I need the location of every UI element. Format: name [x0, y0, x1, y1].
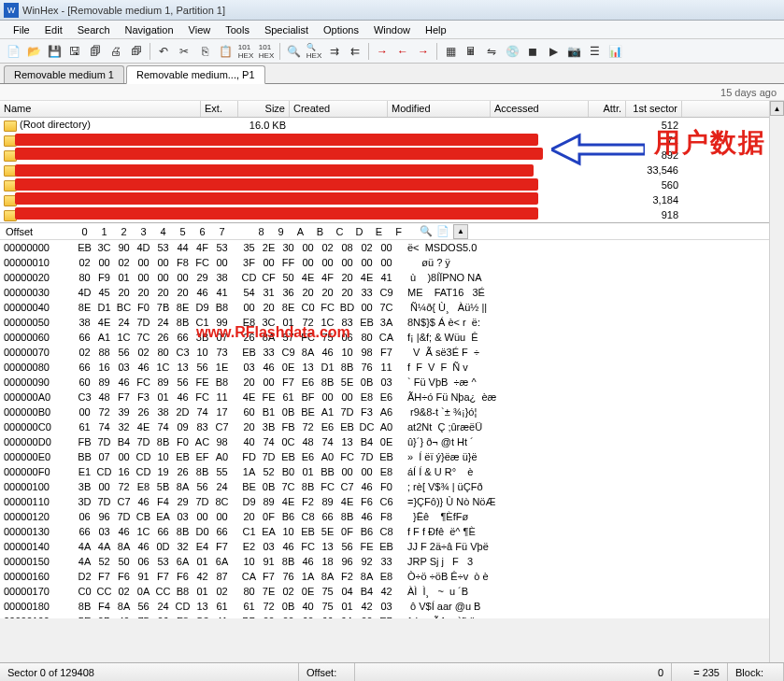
paste-icon[interactable]: 📋: [216, 42, 235, 61]
status-eq: = 235: [672, 663, 728, 681]
menu-window[interactable]: Window: [366, 22, 418, 37]
tab-partition-1[interactable]: Removable medium..., P1: [126, 65, 265, 84]
copy-hex-icon[interactable]: 101HEX: [236, 42, 255, 61]
menu-options[interactable]: Options: [316, 22, 366, 37]
hex-line[interactable]: 000000304D4520202020464154313620202033C9…: [0, 285, 784, 300]
hex-header: Offset 0123456789ABCDEF 🔍 📄 ▲: [0, 223, 784, 240]
new-file-icon[interactable]: 📄: [4, 42, 22, 61]
status-block: Block:: [728, 663, 784, 681]
menu-navigation[interactable]: Navigation: [118, 22, 181, 37]
forward-icon[interactable]: →: [414, 42, 433, 61]
hex-line[interactable]: 000001905E0B497506F8C341BB000060666A00EB…: [0, 614, 784, 618]
redaction-bar: [15, 178, 538, 191]
hex-line[interactable]: 000001404A4A8A460D32E4F7E20346FC1356FEEB…: [0, 539, 784, 554]
hex-line[interactable]: 000001504A525006536A016A10918B4618969233…: [0, 554, 784, 569]
col-name[interactable]: Name: [0, 101, 201, 117]
hex-line[interactable]: 000000A0C348F7F30146FC114EFE61BF0000E8E6…: [0, 390, 784, 404]
vertical-scrollbar[interactable]: ▲: [769, 101, 784, 662]
tab-medium-1[interactable]: Removable medium 1: [4, 65, 124, 83]
col-sector[interactable]: 1st sector: [626, 101, 682, 117]
snapshot-icon[interactable]: 📷: [564, 42, 583, 61]
info-age: 15 days ago: [720, 87, 777, 98]
menu-specialist[interactable]: Specialist: [257, 22, 316, 37]
col-attr[interactable]: Attr.: [589, 101, 626, 117]
find-prev-icon[interactable]: ⇇: [346, 42, 364, 61]
hex-line[interactable]: 000001306603461C668BD066C1EA10EB5E0FB6C8…: [0, 524, 784, 539]
status-bar: Sector 0 of 129408 Offset: 0 = 235 Block…: [0, 662, 784, 681]
undo-icon[interactable]: ↶: [154, 42, 173, 61]
calculator-icon[interactable]: 🖩: [462, 42, 480, 61]
open-folder-icon[interactable]: 📂: [24, 42, 43, 61]
hex-line[interactable]: 000000E0BB0700CD10EBEFA0FD7DEBE6A0FC7DEB…: [0, 449, 784, 464]
hex-columns: 0123456789ABCDEF: [75, 226, 408, 237]
row-name: (Root directory): [20, 119, 91, 130]
hex-line[interactable]: 000000D0FB7DB47D8BF0AC9840740C487413B40E…: [0, 434, 784, 449]
menu-help[interactable]: Help: [418, 22, 454, 37]
menu-bar: File Edit Search Navigation View Tools S…: [0, 21, 784, 39]
hex-line[interactable]: 00000080661603461C13561E03460E13D18B7611…: [0, 360, 784, 375]
hex-line[interactable]: 0000006066A11C7C26663B07268A57FC750680CA…: [0, 330, 784, 345]
col-ext[interactable]: Ext.: [201, 101, 238, 117]
col-accessed[interactable]: Accessed: [491, 101, 589, 117]
save-copy-icon[interactable]: 🗐: [86, 42, 105, 61]
play-icon[interactable]: ▶: [544, 42, 563, 61]
find-icon[interactable]: 🔍: [284, 42, 303, 61]
hex-line[interactable]: 000001808BF48A5624CD136161720B4075014203…: [0, 599, 784, 614]
scroll-up-icon[interactable]: ▲: [453, 224, 468, 239]
stop-icon[interactable]: ◼: [523, 42, 542, 61]
separator: [368, 43, 369, 60]
search-icon[interactable]: 🔍: [420, 225, 433, 237]
hex-line[interactable]: 00000090608946FC8956FEB82000F7E68B5E0B03…: [0, 375, 784, 390]
hex-line[interactable]: 000001003B0072E85B8A5624BE0B7C8BFCC746F0…: [0, 479, 784, 494]
properties-icon[interactable]: 🗊: [127, 42, 146, 61]
hex-view[interactable]: Offset 0123456789ABCDEF 🔍 📄 ▲ 00000000EB…: [0, 222, 784, 618]
hex-line[interactable]: 0000002080F9010000002938CDCF504E4F204E41…: [0, 270, 784, 285]
redaction-bar: [15, 192, 538, 205]
cut-icon[interactable]: ✂: [175, 42, 193, 61]
disk2-icon[interactable]: 💿: [503, 42, 521, 61]
hex-line[interactable]: 000000C06174324E740983C7203BFB72E6EBDCA0…: [0, 419, 784, 434]
find-next-icon[interactable]: ⇉: [325, 42, 344, 61]
scroll-up-button[interactable]: ▲: [770, 101, 784, 116]
hex-line[interactable]: 000001103D7DC746F4297D8CD9894EF2894EF6C6…: [0, 494, 784, 509]
compare-icon[interactable]: ⇋: [482, 42, 501, 61]
hex-line[interactable]: 00000170C0CC020ACCB80102807E020E7504B442…: [0, 584, 784, 599]
offset-header[interactable]: Offset: [0, 226, 75, 237]
menu-tools[interactable]: Tools: [218, 22, 257, 37]
watermark-text: www.RFlashdata.com: [196, 324, 350, 341]
menu-search[interactable]: Search: [70, 22, 118, 37]
ascii-header[interactable]: 🔍 📄 ▲: [420, 224, 468, 239]
tab-strip: Removable medium 1 Removable medium..., …: [0, 64, 784, 84]
hex-line[interactable]: 00000050384E247D248BC199E83C01721C83EB3A…: [0, 315, 784, 330]
goto-icon[interactable]: →: [373, 42, 392, 61]
hex-line[interactable]: 0000012006967DCBEA030000200FB6C8668B46F8…: [0, 509, 784, 524]
paste-hex-icon[interactable]: 101HEX: [257, 42, 276, 61]
col-modified[interactable]: Modified: [388, 101, 491, 117]
window-title: WinHex - [Removable medium 1, Partition …: [22, 5, 225, 16]
disk-icon[interactable]: 💾: [45, 42, 64, 61]
col-size[interactable]: Size: [238, 101, 290, 117]
chart-icon[interactable]: 📊: [606, 42, 624, 61]
file-list[interactable]: (Root directory) 16.0 KB 512 71 892 33,5…: [0, 118, 784, 222]
hex-line[interactable]: 000000B000723926382D741760B10BBEA17DF3A6…: [0, 404, 784, 419]
hex-line[interactable]: 000000408ED1BCF07B8ED9B800208EC0FCBD007C…: [0, 300, 784, 315]
hex-line[interactable]: 00000160D2F7F691F7F64287CAF7761A8AF28AE8…: [0, 569, 784, 584]
menu-file[interactable]: File: [6, 22, 37, 37]
hex-line[interactable]: 000000100200020000F8FC003F00FF0000000000…: [0, 255, 784, 270]
hex-line[interactable]: 000000700288560280C31073EB33C98A461098F7…: [0, 345, 784, 360]
menu-view[interactable]: View: [181, 22, 219, 37]
status-offset-value: 0: [355, 663, 672, 681]
print-icon[interactable]: 🖨: [107, 42, 125, 61]
page-icon[interactable]: 📄: [436, 225, 449, 237]
col-created[interactable]: Created: [290, 101, 388, 117]
copy-icon[interactable]: ⎘: [195, 42, 214, 61]
list-icon[interactable]: ☰: [585, 42, 604, 61]
back-icon[interactable]: ←: [393, 42, 412, 61]
hex-rows[interactable]: 00000000EB3C904D53444F53352E300002080200…: [0, 240, 784, 618]
hex-line[interactable]: 00000000EB3C904D53444F53352E300002080200…: [0, 240, 784, 255]
hex-line[interactable]: 000000F0E1CD16CD19268B551A52B001BB0000E8…: [0, 464, 784, 479]
menu-edit[interactable]: Edit: [37, 22, 70, 37]
save-icon[interactable]: 🖫: [65, 42, 84, 61]
find-hex-icon[interactable]: 🔍HEX: [305, 42, 323, 61]
ram-icon[interactable]: ▦: [441, 42, 460, 61]
